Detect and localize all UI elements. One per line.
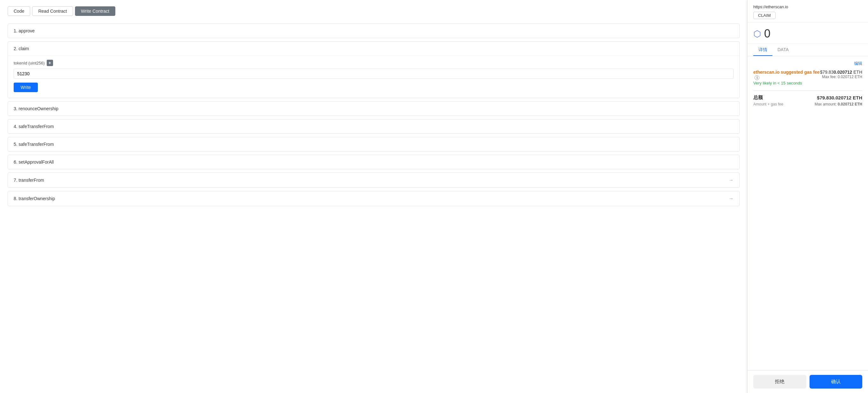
info-icon[interactable]: ℹ <box>754 75 760 80</box>
contract-item-label-3: 3. renounceOwnership <box>14 106 58 111</box>
mm-actions: 拒绝 确认 <box>748 370 868 393</box>
param-label-text: tokenId (uint256) <box>14 61 45 65</box>
mm-body: 编辑 etherscan.io suggested gas fee ℹ Very… <box>748 56 868 370</box>
contract-item-label-6: 6. setApprovalForAll <box>14 159 54 164</box>
max-amount-value: 0.020712 ETH <box>838 102 862 107</box>
contract-item-4: 4. safeTransferFrom <box>8 119 740 134</box>
contract-item-7: 7. transferFrom → <box>8 173 740 188</box>
tab-details[interactable]: 详情 <box>753 44 772 56</box>
edit-link[interactable]: 编辑 <box>753 61 862 66</box>
param-label: tokenId (uint256) + <box>14 60 734 66</box>
tab-code[interactable]: Code <box>8 6 30 16</box>
contract-item-header-7[interactable]: 7. transferFrom → <box>8 173 739 187</box>
contract-item-label-5: 5. safeTransferFrom <box>14 142 54 147</box>
gas-fee-eth: $79.830.020712 ETH <box>820 69 862 75</box>
arrow-icon-7: → <box>728 177 734 183</box>
contract-item-1: 1. approve <box>8 24 740 38</box>
tab-data[interactable]: DATA <box>772 44 794 56</box>
contract-item-header-6[interactable]: 6. setApprovalForAll <box>8 155 739 169</box>
gas-fee-right: $79.830.020712 ETH Max fee: 0.020712 ETH <box>820 69 862 79</box>
confirm-button[interactable]: 确认 <box>810 375 863 389</box>
claim-header[interactable]: 2. claim <box>8 41 739 56</box>
contract-item-header-1[interactable]: 1. approve <box>8 24 739 38</box>
eth-diamond-icon: ⬡ <box>753 29 761 39</box>
gas-time: Very likely in < 15 seconds <box>753 81 820 86</box>
claim-body: tokenId (uint256) + Write <box>8 56 739 98</box>
plus-icon[interactable]: + <box>47 60 53 66</box>
gas-fee-title: etherscan.io suggested gas fee ℹ <box>753 69 820 80</box>
arrow-icon-8: → <box>728 196 734 202</box>
mm-tabs: 详情 DATA <box>748 44 868 56</box>
gas-fee-section: etherscan.io suggested gas fee ℹ Very li… <box>753 69 862 86</box>
gas-fee-title-col: etherscan.io suggested gas fee ℹ Very li… <box>753 69 820 86</box>
contract-item-header-8[interactable]: 8. transferOwnership → <box>8 191 739 206</box>
max-amount-label: Max amount: <box>815 102 837 107</box>
contract-item-3: 3. renounceOwnership <box>8 101 740 116</box>
mm-claim-badge: CLAIM <box>753 12 776 19</box>
total-label: 总额 <box>753 95 763 101</box>
contract-item-8: 8. transferOwnership → <box>8 191 740 206</box>
total-sub-row: Amount + gas fee Max amount: 0.020712 ET… <box>753 102 862 107</box>
amount-gas-value: Max amount: 0.020712 ETH <box>815 102 862 107</box>
eth-amount: 0 <box>764 27 771 40</box>
mm-amount-row: ⬡ 0 <box>748 23 868 44</box>
total-row: 总额 $79.830.020712 ETH <box>753 95 862 101</box>
tab-read-contract[interactable]: Read Contract <box>32 6 73 16</box>
contract-item-header-5[interactable]: 5. safeTransferFrom <box>8 137 739 151</box>
contract-item-header-4[interactable]: 4. safeTransferFrom <box>8 119 739 133</box>
amount-gas-label: Amount + gas fee <box>753 102 783 107</box>
contract-item-6: 6. setApprovalForAll <box>8 155 740 169</box>
write-button[interactable]: Write <box>14 83 38 92</box>
max-fee-value: 0.020712 ETH <box>838 75 862 79</box>
total-usd: $79.83 <box>817 95 832 100</box>
max-fee: Max fee: 0.020712 ETH <box>820 75 862 79</box>
gas-fee-eth-value: 0.020712 <box>834 69 852 75</box>
mm-header: https://etherscan.io CLAIM <box>748 0 868 23</box>
contract-item-label-1: 1. approve <box>14 28 35 33</box>
gas-fee-title-row: etherscan.io suggested gas fee ℹ Very li… <box>753 69 862 86</box>
reject-button[interactable]: 拒绝 <box>753 375 806 389</box>
total-eth-value: 0.020712 <box>832 95 851 100</box>
divider <box>753 91 862 91</box>
tab-write-contract[interactable]: Write Contract <box>75 6 115 16</box>
total-eth-unit: ETH <box>853 95 862 100</box>
total-value: $79.830.020712 ETH <box>817 95 862 100</box>
gas-fee-eth-unit: ETH <box>854 69 862 75</box>
max-fee-label: Max fee: <box>822 75 837 79</box>
contract-item-label-4: 4. safeTransferFrom <box>14 124 54 129</box>
contract-item-header-3[interactable]: 3. renounceOwnership <box>8 102 739 116</box>
gas-fee-usd: $79.83 <box>820 69 834 75</box>
tab-bar: Code Read Contract Write Contract <box>8 6 740 16</box>
contract-item-label-7: 7. transferFrom <box>14 178 44 183</box>
contract-item-5: 5. safeTransferFrom <box>8 137 740 152</box>
main-content: Code Read Contract Write Contract 1. app… <box>0 0 747 393</box>
contract-item-label-8: 8. transferOwnership <box>14 196 55 201</box>
gas-fee-title-text: etherscan.io suggested gas fee <box>753 69 820 75</box>
metamask-panel: https://etherscan.io CLAIM ⬡ 0 详情 DATA 编… <box>747 0 868 393</box>
contract-item-2: 2. claim tokenId (uint256) + Write <box>8 41 740 98</box>
mm-url: https://etherscan.io <box>753 4 862 9</box>
token-id-input[interactable] <box>14 69 734 79</box>
